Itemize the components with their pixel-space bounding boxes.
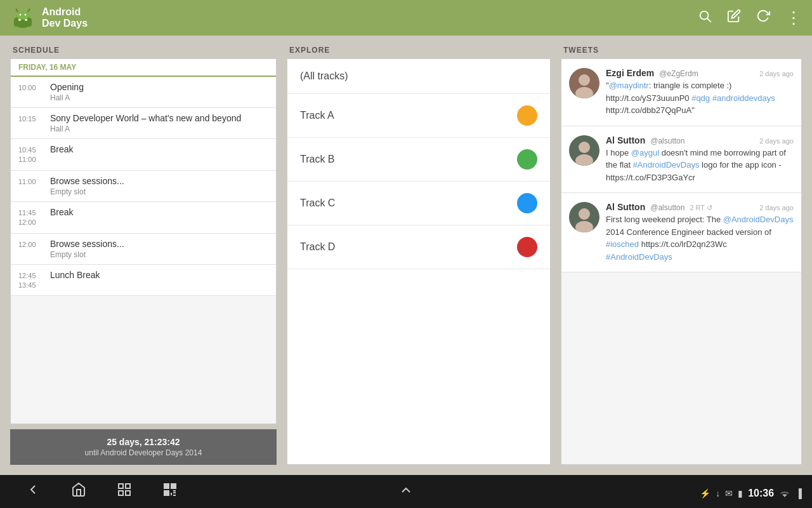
schedule-list: FRIDAY, 16 MAY 10:00OpeningHall A10:15So… bbox=[10, 58, 277, 424]
email-icon: ✉ bbox=[725, 488, 733, 498]
tweet-hashtag[interactable]: #AndroidDevDays bbox=[633, 160, 700, 170]
explore-item[interactable]: Track C bbox=[287, 182, 550, 225]
tweets-list: Ezgi Erdem@eZgErdm2 days ago"@maydintr: … bbox=[561, 58, 802, 465]
explore-item-label: Track A bbox=[300, 110, 517, 121]
svg-point-10 bbox=[25, 14, 27, 16]
svg-point-7 bbox=[29, 9, 30, 11]
tweet-time: 2 days ago bbox=[759, 70, 794, 77]
svg-rect-23 bbox=[126, 484, 130, 488]
svg-rect-24 bbox=[119, 491, 123, 495]
tweet-avatar bbox=[569, 135, 599, 166]
tweet-retweet-count: 2 RT ↺ bbox=[690, 204, 712, 212]
tweet-item[interactable]: Ezgi Erdem@eZgErdm2 days ago"@maydintr: … bbox=[561, 59, 801, 126]
schedule-time: 12:00 bbox=[18, 239, 50, 250]
tweet-body: Al Sutton@alsutton2 days agoI hope @aygu… bbox=[606, 135, 794, 184]
schedule-title: Break bbox=[50, 144, 268, 154]
svg-point-17 bbox=[579, 142, 590, 153]
tweet-time: 2 days ago bbox=[759, 137, 794, 145]
explore-list: (All tracks)Track ATrack BTrack CTrack D bbox=[287, 58, 551, 465]
schedule-item[interactable]: 12:4513:45Lunch Break bbox=[11, 265, 276, 297]
refresh-icon[interactable] bbox=[756, 9, 770, 27]
tweet-avatar bbox=[569, 202, 599, 232]
tweet-hashtag[interactable]: #iosched bbox=[606, 239, 639, 249]
schedule-item[interactable]: 10:15Sony Developer World – what's new a… bbox=[11, 108, 276, 139]
usb-icon: ⚡ bbox=[700, 488, 710, 498]
schedule-content: Break bbox=[50, 144, 268, 154]
edit-icon[interactable] bbox=[727, 9, 741, 27]
schedule-title: Lunch Break bbox=[50, 270, 268, 280]
svg-rect-25 bbox=[126, 491, 130, 495]
tweet-time: 2 days ago bbox=[759, 204, 794, 211]
svg-rect-22 bbox=[119, 484, 123, 488]
tweet-name: Ezgi Erdem bbox=[606, 68, 654, 78]
schedule-subtitle: Hall A bbox=[50, 93, 268, 102]
schedule-time: 12:4513:45 bbox=[18, 270, 50, 291]
tweet-item[interactable]: Al Sutton@alsutton2 RT ↺2 days agoFirst … bbox=[561, 193, 801, 272]
chevron-up-icon[interactable] bbox=[398, 483, 414, 501]
countdown-main: 25 days, 21:23:42 bbox=[20, 437, 266, 447]
tweet-text-part: I hope bbox=[606, 148, 631, 157]
schedule-time: 10:4511:00 bbox=[18, 144, 50, 165]
schedule-content: Browse sessions...Empty slot bbox=[50, 239, 268, 259]
tweet-text: I hope @aygul doesn't mind me borrowing … bbox=[606, 147, 794, 184]
app-title: Android Dev Days bbox=[42, 6, 88, 29]
explore-item[interactable]: Track D bbox=[287, 225, 550, 269]
tweet-text-part: 2014 Conference Engineer backed version … bbox=[606, 227, 771, 237]
schedule-item[interactable]: 10:4511:00Break bbox=[11, 139, 276, 171]
tweet-mention[interactable]: @aygul bbox=[631, 148, 659, 157]
explore-header: EXPLORE bbox=[287, 46, 551, 55]
tweet-meta: Al Sutton@alsutton2 RT ↺2 days ago bbox=[606, 202, 794, 212]
track-color-dot bbox=[517, 237, 537, 257]
tweet-handle: @eZgErdm bbox=[659, 69, 698, 78]
schedule-time: 10:00 bbox=[18, 82, 50, 93]
schedule-content: OpeningHall A bbox=[50, 82, 268, 102]
svg-point-8 bbox=[16, 11, 29, 20]
qr-button[interactable] bbox=[162, 482, 178, 501]
more-icon[interactable]: ⋮ bbox=[785, 8, 802, 28]
svg-point-5 bbox=[16, 9, 18, 11]
tweet-mention[interactable]: @maydintr bbox=[609, 81, 649, 90]
explore-item[interactable]: Track A bbox=[287, 94, 550, 138]
svg-rect-27 bbox=[166, 485, 167, 487]
track-color-dot bbox=[517, 149, 537, 170]
back-button[interactable] bbox=[25, 482, 41, 501]
battery-icon: ▮ bbox=[738, 488, 743, 498]
explore-item-label: Track D bbox=[300, 241, 517, 253]
schedule-title: Browse sessions... bbox=[50, 176, 268, 186]
search-icon[interactable] bbox=[698, 9, 712, 27]
schedule-title: Opening bbox=[50, 82, 268, 92]
schedule-subtitle: Hall A bbox=[50, 124, 268, 133]
schedule-item[interactable]: 11:4512:00Break bbox=[11, 202, 276, 234]
schedule-time: 11:00 bbox=[18, 176, 50, 187]
schedule-item[interactable]: 10:00OpeningHall A bbox=[11, 77, 276, 108]
tweet-name: Al Sutton bbox=[606, 202, 645, 212]
wifi-icon bbox=[779, 488, 790, 499]
recents-button[interactable] bbox=[117, 482, 132, 501]
tweet-hashtag[interactable]: #androiddevdays bbox=[712, 93, 775, 103]
explore-item[interactable]: Track B bbox=[287, 138, 550, 182]
explore-items-container: (All tracks)Track ATrack BTrack CTrack D bbox=[287, 59, 550, 269]
svg-line-12 bbox=[707, 18, 710, 22]
tweet-hashtag[interactable]: #AndroidDevDays bbox=[606, 252, 672, 262]
explore-item[interactable]: (All tracks) bbox=[287, 59, 550, 94]
tweet-meta: Ezgi Erdem@eZgErdm2 days ago bbox=[606, 68, 794, 78]
tweet-meta: Al Sutton@alsutton2 days ago bbox=[606, 135, 794, 145]
schedule-footer: 25 days, 21:23:42 until Android Develope… bbox=[10, 429, 277, 465]
home-button[interactable] bbox=[71, 482, 86, 501]
svg-rect-31 bbox=[166, 492, 167, 494]
tweet-handle: @alsutton bbox=[650, 137, 684, 145]
tweet-mention[interactable]: @AndroidDevDays bbox=[723, 215, 794, 224]
tweet-text: "@maydintr: triangle is complete :) http… bbox=[606, 79, 794, 117]
tweet-hashtag[interactable]: #qdg bbox=[691, 93, 710, 103]
schedule-title: Sony Developer World – what's new and be… bbox=[50, 113, 268, 123]
schedule-content: Lunch Break bbox=[50, 270, 268, 280]
schedule-item[interactable]: 12:00Browse sessions...Empty slot bbox=[11, 234, 276, 265]
top-actions: ⋮ bbox=[698, 8, 802, 28]
schedule-items-container: 10:00OpeningHall A10:15Sony Developer Wo… bbox=[11, 77, 276, 296]
schedule-content: Sony Developer World – what's new and be… bbox=[50, 113, 268, 133]
tweet-item[interactable]: Al Sutton@alsutton2 days agoI hope @aygu… bbox=[561, 126, 801, 194]
schedule-item[interactable]: 11:00Browse sessions...Empty slot bbox=[11, 171, 276, 202]
bottom-bar: ⚡ ↓ ✉ ▮ 10:36 ▐ bbox=[0, 475, 812, 508]
tweet-name: Al Sutton bbox=[606, 135, 645, 145]
app-logo: Android Dev Days bbox=[10, 5, 88, 30]
